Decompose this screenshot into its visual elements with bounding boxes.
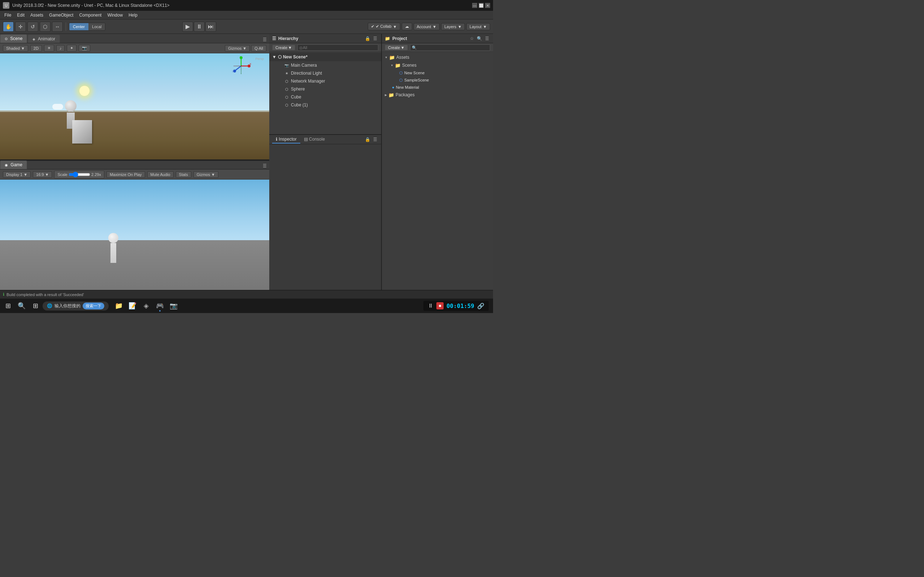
- tool-rect[interactable]: ↔: [52, 22, 63, 32]
- tool-hand[interactable]: ✋: [3, 22, 14, 32]
- tab-animator[interactable]: ◈ Animator: [28, 35, 60, 43]
- tool-scale[interactable]: ⬡: [40, 22, 50, 32]
- hierarchy-panel: ☰ Hierarchy 🔒 ☰ Create ▼: [269, 34, 381, 135]
- cloud-icon: ☁: [405, 24, 409, 29]
- project-folder-assets[interactable]: ▼ 📁 Assets: [383, 53, 492, 61]
- minimize-button[interactable]: —: [472, 3, 477, 8]
- game-gizmos[interactable]: Gizmos ▼: [194, 171, 218, 178]
- hierarchy-item-dir-light[interactable]: ☀ Directional Light: [269, 69, 381, 77]
- nm-label: Network Manager: [291, 79, 325, 84]
- mute-audio[interactable]: Mute Audio: [147, 171, 174, 178]
- taskbar-app-unity[interactable]: ◈: [140, 299, 153, 312]
- project-folder-packages[interactable]: ▶ 📁 Packages: [383, 91, 492, 99]
- hierarchy-search-input[interactable]: [297, 44, 378, 51]
- inspector-menu[interactable]: ☰: [372, 136, 378, 143]
- taskbar-task-view[interactable]: ⊞: [29, 299, 42, 312]
- tab-inspector[interactable]: ℹ Inspector: [272, 135, 300, 143]
- layers-arrow: ▼: [458, 24, 462, 29]
- taskbar-app-file[interactable]: 📁: [112, 299, 125, 312]
- menu-edit[interactable]: Edit: [14, 12, 27, 18]
- scale-control[interactable]: Scale 2.29x: [54, 171, 104, 179]
- tool-move[interactable]: ✛: [15, 22, 26, 32]
- close-button[interactable]: ✕: [485, 3, 490, 8]
- menu-help[interactable]: Help: [126, 12, 141, 18]
- project-item-sample-scene[interactable]: ⬡ SampleScene: [383, 76, 492, 84]
- taskbar-search[interactable]: 🌐 输入你想搜的 搜索一下: [43, 301, 109, 311]
- scenes-label: Scenes: [402, 63, 417, 68]
- timer-pause-btn[interactable]: ⏸: [428, 303, 433, 309]
- assets-arrow: ▼: [385, 56, 388, 59]
- project-search-btn[interactable]: 🔍: [476, 35, 483, 42]
- inspector-lock[interactable]: 🔒: [364, 136, 371, 143]
- project-panel: 📁 Project ☆ 🔍 ☰ Create ▼ ▼: [381, 34, 493, 290]
- project-folder-scenes[interactable]: ▼ 📁 Scenes: [383, 61, 492, 69]
- collab-button[interactable]: ✔ ✔ Collab ▼: [368, 23, 400, 30]
- scene-panel-menu[interactable]: ☰: [261, 36, 268, 43]
- project-menu[interactable]: ☰: [484, 35, 490, 42]
- timer-stop-btn[interactable]: ■: [436, 302, 444, 309]
- hierarchy-icon: ☰: [272, 36, 276, 41]
- game-tab-icon: ◉: [5, 163, 8, 167]
- hierarchy-item-sphere[interactable]: ⬡ Sphere: [269, 85, 381, 93]
- scale-slider[interactable]: [69, 172, 90, 177]
- packages-label: Packages: [396, 92, 415, 97]
- menu-window[interactable]: Window: [104, 12, 126, 18]
- cloud-button[interactable]: ☁: [402, 23, 412, 30]
- tool-rotate[interactable]: ↺: [27, 22, 38, 32]
- audio-toggle[interactable]: ♪: [56, 45, 65, 52]
- scene-icon: ⬡: [278, 55, 281, 60]
- taskbar-app-notepad[interactable]: 📝: [126, 299, 139, 312]
- project-item-new-material[interactable]: ● New Material: [383, 84, 492, 91]
- tab-console[interactable]: ▤ Console: [300, 135, 328, 143]
- tab-scene[interactable]: ⊙ Scene: [0, 34, 27, 43]
- camera-toggle[interactable]: 📷: [79, 45, 90, 52]
- hierarchy-item-cube1[interactable]: ⬡ Cube (1): [269, 101, 381, 109]
- hierarchy-item-main-camera[interactable]: 📷 Main Camera: [269, 61, 381, 69]
- effects-toggle[interactable]: ✦: [67, 45, 76, 52]
- scene-viewport[interactable]: Y X Z Persp: [0, 53, 269, 160]
- cube-icon: ⬡: [284, 94, 289, 100]
- layout-button[interactable]: Layout ▼: [466, 23, 490, 30]
- shading-mode[interactable]: Shaded ▼: [3, 45, 28, 52]
- maximize-on-play[interactable]: Maximize On Play: [107, 171, 145, 178]
- layers-button[interactable]: Layers ▼: [441, 23, 465, 30]
- menu-file[interactable]: File: [2, 12, 14, 18]
- game-panel-menu[interactable]: ☰: [261, 163, 268, 169]
- project-create-btn[interactable]: Create ▼: [385, 45, 408, 50]
- game-viewport[interactable]: [0, 180, 269, 290]
- taskbar-cortana[interactable]: 🔍: [15, 299, 28, 312]
- menu-component[interactable]: Component: [76, 12, 104, 18]
- tab-game[interactable]: ◉ Game: [0, 161, 27, 169]
- account-button[interactable]: Account ▼: [414, 23, 440, 30]
- stats-btn[interactable]: Stats: [176, 171, 191, 178]
- taskbar-search-btn[interactable]: 搜索一下: [82, 303, 104, 309]
- pivot-center[interactable]: Center: [69, 23, 89, 30]
- ratio-select[interactable]: 16:9 ▼: [33, 171, 52, 178]
- hierarchy-menu[interactable]: ☰: [372, 35, 378, 42]
- hierarchy-item-cube[interactable]: ⬡ Cube: [269, 93, 381, 101]
- lights-toggle[interactable]: ☀: [44, 45, 54, 52]
- taskbar-app-unity-active[interactable]: 🎮: [153, 299, 166, 312]
- hierarchy-toolbar: Create ▼: [269, 43, 381, 52]
- taskbar-start[interactable]: ⊞: [2, 299, 15, 312]
- hierarchy-scene-root[interactable]: ▼ ⬡ New Scene*: [269, 53, 381, 61]
- search-btn[interactable]: Q·All: [251, 45, 267, 52]
- maximize-button[interactable]: ⬜: [478, 3, 484, 8]
- project-search-input[interactable]: [410, 44, 490, 51]
- project-item-new-scene[interactable]: ⬡ New Scene: [383, 69, 492, 76]
- pivot-local[interactable]: Local: [89, 23, 105, 30]
- content-area: ⊙ Scene ◈ Animator ☰ Shaded ▼: [0, 34, 493, 290]
- menu-assets[interactable]: Assets: [27, 12, 46, 18]
- hierarchy-item-network-manager[interactable]: ⬡ Network Manager: [269, 77, 381, 85]
- menu-gameobject[interactable]: GameObject: [46, 12, 76, 18]
- pause-button[interactable]: ⏸: [194, 22, 205, 32]
- project-star[interactable]: ☆: [468, 35, 475, 42]
- hierarchy-create-btn[interactable]: Create ▼: [272, 45, 295, 50]
- hierarchy-lock[interactable]: 🔒: [364, 35, 371, 42]
- gizmos-btn[interactable]: Gizmos ▼: [225, 45, 250, 52]
- display-select[interactable]: Display 1 ▼: [3, 171, 31, 178]
- play-button[interactable]: ▶: [182, 22, 193, 32]
- taskbar-app-camera[interactable]: 📷: [167, 299, 180, 312]
- step-button[interactable]: ⏭: [205, 22, 216, 32]
- dimension-toggle[interactable]: 2D: [30, 45, 42, 52]
